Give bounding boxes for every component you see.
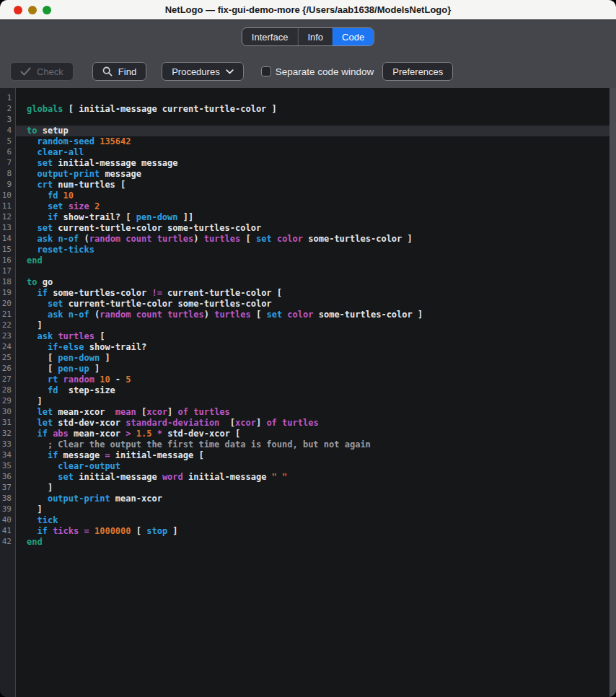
code-line[interactable]: if-else show-trail? (16, 342, 610, 353)
code-token: set (48, 201, 63, 211)
close-window-button[interactable] (14, 6, 22, 14)
code-line[interactable]: if abs mean-xcor > 1.5 * std-dev-xcor [ (16, 429, 610, 439)
line-number: 9 (0, 180, 15, 190)
line-number: 26 (0, 364, 15, 374)
code-line[interactable]: let mean-xcor mean [xcor] of turtles (16, 407, 610, 418)
procedures-dropdown[interactable]: Procedures (162, 62, 243, 81)
code-token: word (162, 472, 183, 482)
code-line[interactable] (16, 266, 610, 277)
code-line[interactable]: ] (16, 396, 610, 407)
code-line[interactable]: ask turtles [ (16, 331, 610, 342)
code-token: set (256, 234, 272, 244)
code-line[interactable]: ] (16, 504, 610, 515)
code-token (27, 201, 48, 211)
code-line[interactable]: if show-trail? [ pen-down ]] (16, 212, 610, 223)
code-token: message (58, 450, 105, 460)
code-token: != (151, 288, 162, 298)
code-line[interactable]: [ pen-up ] (16, 364, 610, 374)
code-editor[interactable]: 1234567891011121314151617181920212223242… (0, 88, 616, 697)
code-token (27, 494, 48, 504)
code-token: = (105, 450, 110, 460)
code-token: 10 (100, 374, 110, 385)
code-line[interactable]: tick (16, 515, 610, 526)
code-token: turtles (167, 310, 204, 320)
code-token: message (100, 169, 141, 179)
code-line[interactable]: output-print message (16, 169, 610, 180)
code-line[interactable]: fd step-size (16, 385, 610, 396)
code-line[interactable]: output-print mean-xcor (16, 494, 610, 504)
code-line[interactable]: set current-turtle-color some-turtles-co… (16, 299, 610, 310)
preferences-button-label: Preferences (392, 66, 443, 77)
line-number: 29 (0, 396, 15, 407)
code-line[interactable]: to go (16, 277, 610, 288)
code-token (27, 385, 48, 395)
code-token: show-trail? (84, 342, 146, 352)
code-line[interactable]: ] (16, 483, 610, 494)
code-token (131, 310, 136, 320)
line-number: 38 (0, 494, 15, 504)
code-token: if (37, 429, 47, 439)
code-line[interactable]: fd 10 (16, 190, 610, 201)
code-line[interactable]: ask n-of (random count turtles) turtles … (16, 310, 610, 320)
code-line[interactable]: rt random 10 - 5 (16, 374, 610, 385)
line-number: 32 (0, 429, 15, 439)
code-line[interactable]: end (16, 255, 610, 266)
code-lines[interactable]: globals [ initial-message current-turtle… (16, 88, 610, 697)
code-token: n-of (69, 310, 89, 320)
code-line[interactable]: set size 2 (16, 201, 610, 212)
code-token (27, 407, 37, 417)
code-token: pen-up (58, 364, 89, 374)
code-line[interactable]: set initial-message word initial-message… (16, 472, 610, 483)
code-token: [ (131, 526, 147, 536)
code-line[interactable]: let std-dev-xcor standard-deviation [xco… (16, 418, 610, 429)
tab-code[interactable]: Code (333, 28, 374, 45)
code-line[interactable]: clear-all (16, 147, 610, 158)
code-line[interactable]: random-seed 135642 (16, 136, 610, 147)
code-line[interactable]: if message = initial-message [ (16, 450, 610, 461)
code-line[interactable]: clear-output (16, 461, 610, 472)
separate-code-window-checkbox[interactable] (261, 66, 271, 76)
code-line[interactable]: crt num-turtles [ (16, 180, 610, 190)
code-token: xcor (146, 407, 167, 417)
code-token: 2 (94, 201, 100, 211)
minimize-window-button[interactable] (28, 6, 37, 14)
zoom-window-button[interactable] (43, 6, 51, 14)
find-button[interactable]: Find (92, 62, 146, 81)
code-token (27, 147, 37, 157)
code-token: mean (115, 407, 136, 417)
code-token: turtles (282, 418, 319, 428)
code-line[interactable]: to setup (16, 126, 610, 136)
check-button[interactable]: Check (10, 62, 74, 81)
line-number: 1 (0, 93, 15, 104)
line-number: 37 (0, 483, 15, 494)
code-token: fd (48, 385, 58, 395)
checkmark-icon (20, 67, 31, 76)
code-line[interactable]: ask n-of (random count turtles) turtles … (16, 234, 610, 245)
tab-interface[interactable]: Interface (242, 28, 298, 45)
code-token: turtles (58, 331, 94, 341)
code-line[interactable]: ; Clear the output the first time data i… (16, 439, 610, 450)
line-number: 19 (0, 288, 15, 299)
code-token: ] (89, 364, 100, 374)
code-line[interactable]: set initial-message message (16, 158, 610, 169)
code-token: some-turtles-color (48, 288, 152, 298)
code-token (151, 234, 157, 244)
code-line[interactable]: if some-turtles-color != current-turtle-… (16, 288, 610, 299)
code-token: if (37, 526, 47, 536)
vertical-scrollbar[interactable] (610, 88, 616, 697)
code-line[interactable]: end (16, 537, 610, 548)
code-line[interactable] (16, 115, 610, 126)
code-line[interactable]: globals [ initial-message current-turtle… (16, 104, 610, 115)
code-line[interactable] (16, 93, 610, 104)
code-line[interactable]: reset-ticks (16, 245, 610, 255)
code-line[interactable]: ] (16, 320, 610, 331)
code-token: current-turtle-color some-turtles-color (63, 299, 272, 309)
code-line[interactable]: if ticks = 1000000 [ stop ] (16, 526, 610, 537)
tab-info[interactable]: Info (297, 28, 333, 45)
preferences-button[interactable]: Preferences (382, 62, 453, 81)
code-token: mean-xcor (53, 407, 115, 417)
code-line[interactable]: [ pen-down ] (16, 353, 610, 364)
code-token: turtles (193, 407, 230, 417)
code-line[interactable]: set current-turtle-color some-turtles-co… (16, 223, 610, 234)
code-token: ; Clear the output the first time data i… (48, 439, 371, 450)
